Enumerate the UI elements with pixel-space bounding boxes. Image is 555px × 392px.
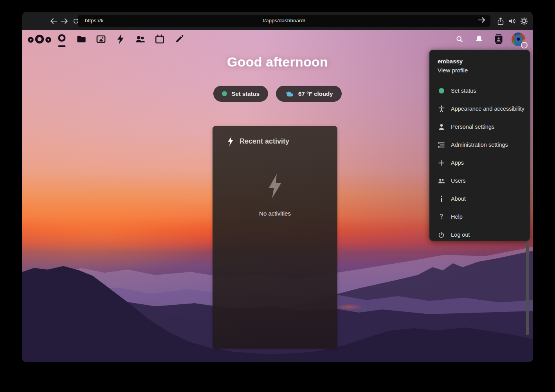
calendar-icon (155, 34, 164, 44)
share-icon (497, 17, 504, 25)
avatar[interactable] (512, 32, 525, 46)
weather-button[interactable]: 67 °F cloudy (276, 86, 342, 102)
account-menu-button[interactable] (508, 30, 528, 48)
menu-item-users[interactable]: Users (430, 172, 530, 190)
menu-item-label: Appearance and accessibility (451, 106, 524, 112)
menu-item-personal-settings[interactable]: Personal settings (430, 118, 530, 136)
screen: https://k l/apps/dashboard/ (0, 0, 555, 392)
set-status-label: Set status (231, 90, 259, 97)
nextcloud-header (22, 30, 533, 48)
app-files[interactable] (72, 30, 91, 48)
plus-icon (438, 160, 445, 166)
menu-item-logout[interactable]: Log out (430, 226, 530, 244)
menu-item-label: About (451, 196, 466, 202)
app-contacts[interactable] (130, 30, 150, 48)
cloudy-weather-icon (285, 91, 294, 97)
users-icon (438, 178, 445, 184)
account-display-name: embassy (438, 57, 522, 66)
contacts-menu-icon (494, 34, 503, 44)
menu-item-label: Personal settings (451, 124, 494, 130)
browser-toolbar: https://k l/apps/dashboard/ (22, 12, 533, 30)
menu-item-label: Administration settings (451, 142, 508, 148)
person-icon (438, 124, 445, 130)
menu-item-administration-settings[interactable]: Administration settings (430, 136, 530, 154)
menu-item-set-status[interactable]: Set status (430, 82, 530, 100)
notifications-button[interactable] (469, 30, 489, 48)
app-calendar[interactable] (150, 30, 169, 48)
app-dashboard[interactable] (52, 30, 72, 48)
menu-item-label: Help (451, 214, 463, 220)
admin-list-icon (438, 142, 445, 148)
accessibility-icon (438, 105, 445, 112)
empty-activity-bolt-icon (266, 174, 284, 198)
app-activity[interactable] (111, 30, 130, 48)
weather-label: 67 °F cloudy (298, 90, 333, 97)
nextcloud-dashboard-page: Good afternoon Set status 67 °F cloudy (22, 30, 533, 362)
recent-activity-widget: Recent activity No activities (213, 126, 337, 349)
nextcloud-logo[interactable] (27, 34, 52, 44)
app-notes[interactable] (169, 30, 189, 48)
people-icon (135, 35, 145, 43)
menu-item-appearance[interactable]: Appearance and accessibility (430, 100, 530, 118)
menu-item-about[interactable]: About (430, 190, 530, 208)
activity-bolt-icon (227, 137, 234, 146)
scrollbar-thumb[interactable] (526, 242, 529, 335)
search-button[interactable] (450, 30, 469, 48)
account-menu: embassy View profile Set status Appearan… (429, 50, 530, 241)
share-button[interactable] (495, 12, 506, 30)
online-status-dot-icon (222, 91, 227, 96)
volume-icon (508, 18, 516, 25)
search-icon (455, 35, 464, 43)
folder-icon (77, 35, 86, 43)
menu-item-label: Users (451, 178, 466, 184)
back-button[interactable] (48, 12, 59, 30)
lightning-icon (117, 34, 124, 44)
menu-item-label: Log out (451, 232, 470, 238)
status-indicator-icon (521, 42, 528, 49)
contacts-menu-button[interactable] (489, 30, 508, 48)
go-arrow-icon[interactable] (478, 17, 486, 23)
forward-button[interactable] (59, 12, 70, 30)
browser-window: https://k l/apps/dashboard/ (22, 12, 533, 362)
widget-title: Recent activity (240, 137, 289, 146)
question-icon: ? (438, 213, 445, 220)
menu-item-label: Set status (451, 88, 476, 94)
active-app-indicator (58, 45, 66, 47)
view-profile-link[interactable]: View profile (438, 66, 522, 75)
power-icon (438, 232, 445, 238)
address-bar[interactable]: https://k l/apps/dashboard/ (78, 15, 490, 27)
settings-button[interactable] (518, 12, 530, 30)
menu-item-label: Apps (451, 160, 464, 166)
info-icon (438, 196, 445, 202)
forward-arrow-icon (61, 19, 67, 23)
menu-item-help[interactable]: ? Help (430, 208, 530, 226)
pencil-icon (175, 34, 184, 44)
menu-item-apps[interactable]: Apps (430, 154, 530, 172)
url-path-text: l/apps/dashboard/ (78, 18, 490, 23)
gear-icon (520, 17, 528, 25)
notifications-bell-icon (475, 35, 483, 44)
dashboard-icon (57, 34, 67, 45)
nextcloud-logo-icon (27, 34, 52, 44)
back-arrow-icon (51, 19, 57, 23)
set-status-button[interactable]: Set status (213, 86, 268, 102)
photos-icon (96, 35, 106, 43)
volume-button[interactable] (506, 12, 518, 30)
empty-state-text: No activities (259, 210, 291, 217)
status-dot-icon (438, 88, 445, 94)
app-photos[interactable] (91, 30, 111, 48)
